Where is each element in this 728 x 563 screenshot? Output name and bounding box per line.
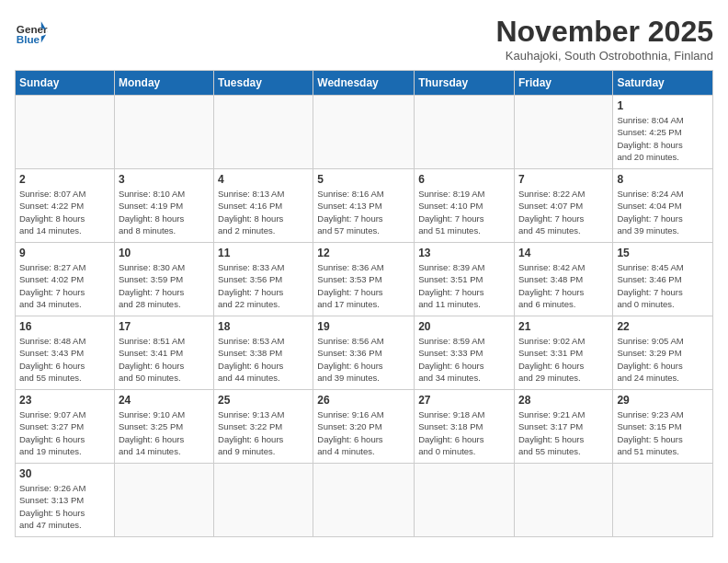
weekday-header-wednesday: Wednesday [313,71,415,96]
calendar-table: SundayMondayTuesdayWednesdayThursdayFrid… [15,70,713,537]
day-number: 14 [518,247,609,259]
day-number: 30 [19,467,110,480]
day-number: 20 [418,320,510,333]
day-number: 10 [119,247,210,259]
day-number: 11 [218,247,309,259]
calendar-week-row: 1Sunrise: 8:04 AM Sunset: 4:25 PM Daylig… [16,96,713,169]
day-info: Sunrise: 8:39 AM Sunset: 3:51 PM Dayligh… [418,261,510,310]
calendar-cell [514,96,612,169]
day-number: 29 [617,394,709,407]
calendar-cell: 16Sunrise: 8:48 AM Sunset: 3:43 PM Dayli… [16,316,115,390]
weekday-header-monday: Monday [114,71,213,96]
calendar-cell: 17Sunrise: 8:51 AM Sunset: 3:41 PM Dayli… [114,316,213,390]
day-number: 13 [418,247,510,259]
calendar-cell [114,96,213,169]
calendar-cell: 23Sunrise: 9:07 AM Sunset: 3:27 PM Dayli… [16,390,115,464]
day-number: 16 [19,320,110,333]
calendar-cell [214,464,313,537]
day-info: Sunrise: 8:27 AM Sunset: 4:02 PM Dayligh… [19,261,110,310]
calendar-cell [313,96,415,169]
calendar-cell: 11Sunrise: 8:33 AM Sunset: 3:56 PM Dayli… [214,243,313,316]
calendar-week-row: 16Sunrise: 8:48 AM Sunset: 3:43 PM Dayli… [16,316,713,390]
day-info: Sunrise: 8:10 AM Sunset: 4:19 PM Dayligh… [119,188,210,236]
calendar-cell: 14Sunrise: 8:42 AM Sunset: 3:48 PM Dayli… [514,243,612,316]
calendar-week-row: 9Sunrise: 8:27 AM Sunset: 4:02 PM Daylig… [16,243,713,316]
day-info: Sunrise: 8:24 AM Sunset: 4:04 PM Dayligh… [617,188,709,236]
calendar-cell: 15Sunrise: 8:45 AM Sunset: 3:46 PM Dayli… [613,243,713,316]
day-info: Sunrise: 8:53 AM Sunset: 3:38 PM Dayligh… [218,335,309,384]
weekday-header-sunday: Sunday [16,71,115,96]
weekday-header-friday: Friday [514,71,612,96]
calendar-cell: 5Sunrise: 8:16 AM Sunset: 4:13 PM Daylig… [313,169,415,243]
calendar-cell: 10Sunrise: 8:30 AM Sunset: 3:59 PM Dayli… [114,243,213,316]
calendar-cell: 27Sunrise: 9:18 AM Sunset: 3:18 PM Dayli… [415,390,515,464]
day-info: Sunrise: 8:19 AM Sunset: 4:10 PM Dayligh… [418,188,510,236]
day-number: 15 [617,247,709,259]
calendar-cell: 20Sunrise: 8:59 AM Sunset: 3:33 PM Dayli… [415,316,515,390]
day-info: Sunrise: 8:04 AM Sunset: 4:25 PM Dayligh… [617,114,709,163]
day-number: 26 [317,394,410,407]
day-info: Sunrise: 8:45 AM Sunset: 3:46 PM Dayligh… [617,261,709,310]
page-header: General Blue November 2025 Kauhajoki, So… [15,15,713,63]
logo: General Blue [15,15,48,48]
day-number: 18 [218,320,309,333]
month-title: November 2025 [495,15,713,49]
calendar-cell: 12Sunrise: 8:36 AM Sunset: 3:53 PM Dayli… [313,243,415,316]
day-info: Sunrise: 9:18 AM Sunset: 3:18 PM Dayligh… [418,408,510,457]
calendar-cell: 24Sunrise: 9:10 AM Sunset: 3:25 PM Dayli… [114,390,213,464]
day-info: Sunrise: 8:30 AM Sunset: 3:59 PM Dayligh… [119,261,210,310]
calendar-cell: 22Sunrise: 9:05 AM Sunset: 3:29 PM Dayli… [613,316,713,390]
calendar-week-row: 23Sunrise: 9:07 AM Sunset: 3:27 PM Dayli… [16,390,713,464]
location: Kauhajoki, South Ostrobothnia, Finland [495,49,713,63]
calendar-cell: 3Sunrise: 8:10 AM Sunset: 4:19 PM Daylig… [114,169,213,243]
day-number: 12 [317,247,410,259]
day-info: Sunrise: 9:05 AM Sunset: 3:29 PM Dayligh… [617,335,709,384]
calendar-cell [613,464,713,537]
weekday-header-thursday: Thursday [415,71,515,96]
day-info: Sunrise: 9:26 AM Sunset: 3:13 PM Dayligh… [19,482,110,531]
day-number: 22 [617,320,709,333]
calendar-cell [514,464,612,537]
calendar-cell: 13Sunrise: 8:39 AM Sunset: 3:51 PM Dayli… [415,243,515,316]
day-info: Sunrise: 8:56 AM Sunset: 3:36 PM Dayligh… [317,335,410,384]
day-info: Sunrise: 8:13 AM Sunset: 4:16 PM Dayligh… [218,188,309,236]
day-number: 9 [19,247,110,259]
calendar-cell [313,464,415,537]
calendar-cell: 1Sunrise: 8:04 AM Sunset: 4:25 PM Daylig… [613,96,713,169]
day-info: Sunrise: 8:48 AM Sunset: 3:43 PM Dayligh… [19,335,110,384]
day-number: 8 [617,173,709,186]
day-info: Sunrise: 8:36 AM Sunset: 3:53 PM Dayligh… [317,261,410,310]
day-number: 6 [418,173,510,186]
calendar-cell: 8Sunrise: 8:24 AM Sunset: 4:04 PM Daylig… [613,169,713,243]
calendar-cell: 21Sunrise: 9:02 AM Sunset: 3:31 PM Dayli… [514,316,612,390]
calendar-cell: 2Sunrise: 8:07 AM Sunset: 4:22 PM Daylig… [16,169,115,243]
weekday-header-tuesday: Tuesday [214,71,313,96]
day-number: 24 [119,394,210,407]
day-info: Sunrise: 9:10 AM Sunset: 3:25 PM Dayligh… [119,408,210,457]
day-info: Sunrise: 8:16 AM Sunset: 4:13 PM Dayligh… [317,188,410,236]
day-number: 27 [418,394,510,407]
calendar-cell [415,96,515,169]
day-number: 5 [317,173,410,186]
weekday-header-row: SundayMondayTuesdayWednesdayThursdayFrid… [16,71,713,96]
day-info: Sunrise: 9:02 AM Sunset: 3:31 PM Dayligh… [518,335,609,384]
day-number: 23 [19,394,110,407]
day-info: Sunrise: 8:59 AM Sunset: 3:33 PM Dayligh… [418,335,510,384]
calendar-cell [415,464,515,537]
day-number: 2 [19,173,110,186]
day-number: 25 [218,394,309,407]
day-info: Sunrise: 8:22 AM Sunset: 4:07 PM Dayligh… [518,188,609,236]
day-info: Sunrise: 8:51 AM Sunset: 3:41 PM Dayligh… [119,335,210,384]
calendar-cell: 30Sunrise: 9:26 AM Sunset: 3:13 PM Dayli… [16,464,115,537]
calendar-cell: 25Sunrise: 9:13 AM Sunset: 3:22 PM Dayli… [214,390,313,464]
calendar-cell: 19Sunrise: 8:56 AM Sunset: 3:36 PM Dayli… [313,316,415,390]
calendar-cell [16,96,115,169]
day-number: 1 [617,99,709,112]
day-info: Sunrise: 8:07 AM Sunset: 4:22 PM Dayligh… [19,188,110,236]
day-number: 3 [119,173,210,186]
day-number: 17 [119,320,210,333]
calendar-cell: 4Sunrise: 8:13 AM Sunset: 4:16 PM Daylig… [214,169,313,243]
logo-icon: General Blue [15,15,48,48]
title-area: November 2025 Kauhajoki, South Ostroboth… [495,15,713,63]
svg-text:Blue: Blue [17,33,40,45]
